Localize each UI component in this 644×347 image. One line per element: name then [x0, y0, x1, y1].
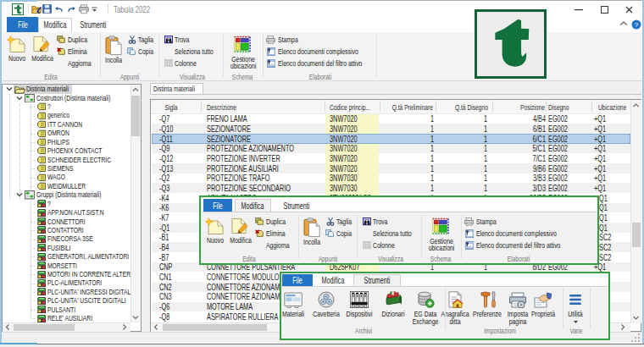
svg-text:?: ? — [635, 21, 639, 29]
